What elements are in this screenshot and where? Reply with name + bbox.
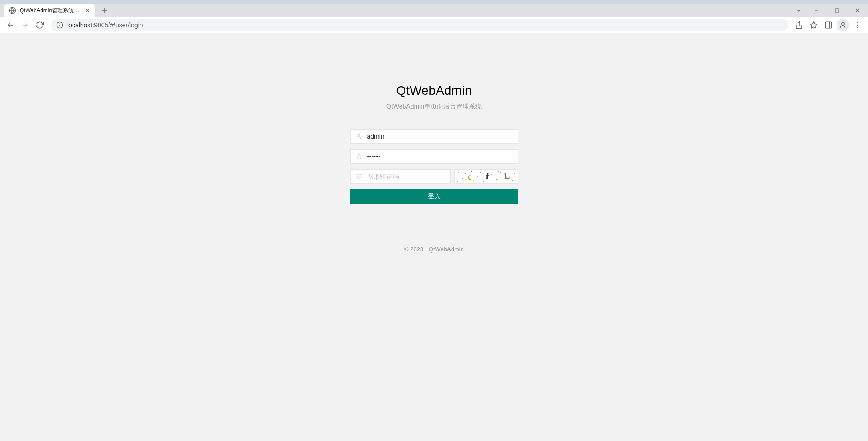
menu-icon[interactable] bbox=[851, 19, 864, 31]
minimize-button[interactable] bbox=[806, 4, 826, 17]
window-controls bbox=[791, 4, 868, 17]
toolbar: localhost:9005/#/user/login bbox=[0, 17, 868, 33]
captcha-field-wrap bbox=[350, 169, 451, 184]
password-input[interactable] bbox=[350, 149, 518, 164]
footer: © 2023 QtWebAdmin bbox=[402, 246, 466, 253]
svg-point-9 bbox=[857, 22, 858, 23]
password-field-wrap bbox=[350, 149, 518, 164]
username-input[interactable] bbox=[350, 129, 518, 144]
tab-bar: QtWebAdmin管理系统（单页面 bbox=[0, 4, 868, 17]
svg-point-10 bbox=[857, 24, 858, 25]
svg-rect-13 bbox=[357, 156, 360, 159]
tabs-dropdown-button[interactable] bbox=[791, 4, 806, 17]
profile-button[interactable] bbox=[837, 19, 849, 31]
new-tab-button[interactable] bbox=[98, 4, 111, 17]
side-panel-icon[interactable] bbox=[822, 19, 835, 31]
tab-title: QtWebAdmin管理系统（单页面 bbox=[20, 7, 81, 15]
product-name: QtWebAdmin bbox=[429, 246, 464, 253]
bookmark-icon[interactable] bbox=[807, 19, 820, 31]
forward-button[interactable] bbox=[19, 19, 31, 31]
captcha-row: c f L bbox=[350, 169, 518, 189]
login-form: QtWebAdmin QtWebAdmin单页面后台管理系统 bbox=[350, 83, 518, 204]
page-title: QtWebAdmin bbox=[396, 83, 472, 98]
svg-rect-6 bbox=[825, 22, 832, 28]
title-bar bbox=[0, 0, 868, 4]
username-field-wrap bbox=[350, 129, 518, 144]
svg-point-11 bbox=[857, 27, 858, 28]
shield-check-icon bbox=[356, 173, 362, 180]
lock-icon bbox=[356, 153, 362, 160]
close-window-button[interactable] bbox=[847, 4, 868, 17]
close-icon[interactable] bbox=[84, 7, 91, 14]
toolbar-right bbox=[793, 19, 864, 31]
page-content: QtWebAdmin QtWebAdmin单页面后台管理系统 bbox=[0, 33, 868, 441]
info-icon[interactable] bbox=[56, 21, 63, 29]
maximize-button[interactable] bbox=[826, 4, 847, 17]
address-bar[interactable]: localhost:9005/#/user/login bbox=[51, 19, 788, 31]
captcha-canvas: c f L bbox=[455, 170, 518, 183]
back-button[interactable] bbox=[4, 19, 17, 31]
captcha-image[interactable]: c f L bbox=[454, 169, 518, 184]
page-subtitle: QtWebAdmin单页面后台管理系统 bbox=[386, 103, 482, 111]
svg-marker-5 bbox=[811, 21, 817, 28]
browser-window: QtWebAdmin管理系统（单页面 bbox=[0, 0, 868, 441]
url-text: localhost:9005/#/user/login bbox=[67, 21, 143, 29]
copyright-text: © 2023 bbox=[404, 246, 423, 253]
svg-rect-1 bbox=[835, 9, 839, 12]
svg-point-12 bbox=[358, 134, 360, 136]
captcha-input[interactable] bbox=[350, 169, 451, 184]
globe-icon bbox=[9, 7, 16, 14]
login-button[interactable]: 登入 bbox=[350, 189, 518, 204]
user-icon bbox=[356, 133, 362, 140]
svg-point-8 bbox=[842, 22, 844, 25]
reload-button[interactable] bbox=[33, 19, 46, 31]
share-icon[interactable] bbox=[793, 19, 806, 31]
browser-tab[interactable]: QtWebAdmin管理系统（单页面 bbox=[4, 4, 95, 17]
